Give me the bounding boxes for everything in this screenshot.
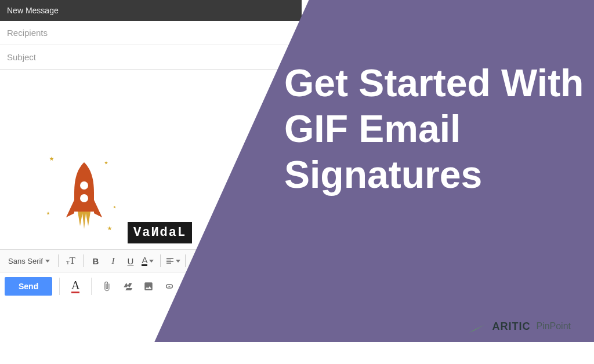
chevron-down-icon: [45, 260, 50, 263]
star-icon: [107, 226, 112, 231]
recipients-field[interactable]: Recipients: [0, 21, 302, 45]
subject-field[interactable]: Subject: [0, 45, 302, 70]
star-icon: [49, 156, 54, 161]
insert-emoji-button[interactable]: [182, 278, 198, 294]
separator: [160, 254, 161, 267]
chevron-down-icon: [176, 260, 180, 263]
chevron-down-icon: [149, 260, 154, 263]
align-button[interactable]: [165, 253, 180, 268]
svg-point-4: [212, 263, 213, 264]
bulleted-list-button[interactable]: [208, 253, 223, 268]
compose-window: New Message Recipients Subject: [0, 0, 302, 342]
separator: [59, 278, 60, 295]
font-family-select[interactable]: Sans Serif: [5, 254, 53, 268]
vandal-badge: VaИdaL: [128, 222, 192, 243]
email-signature: VaИdaL: [46, 156, 192, 243]
svg-point-1: [80, 194, 88, 202]
rocket-graphic: [46, 156, 116, 243]
underline-button[interactable]: U: [123, 253, 138, 268]
text-format-button[interactable]: A: [67, 278, 84, 295]
separator: [185, 254, 186, 267]
italic-button[interactable]: I: [106, 253, 121, 268]
numbered-list-button[interactable]: [190, 253, 205, 268]
insert-photo-button[interactable]: [140, 278, 157, 294]
svg-point-0: [80, 181, 88, 190]
insert-link-button[interactable]: [161, 278, 178, 294]
format-toolbar: Sans Serif тT B I U A: [0, 249, 302, 272]
font-family-label: Sans Serif: [8, 257, 43, 265]
send-button[interactable]: Send: [5, 277, 52, 296]
brand-logo: ARITIC PinPoint: [469, 320, 571, 333]
separator: [91, 278, 92, 295]
star-icon: [46, 212, 50, 215]
font-size-button[interactable]: тT: [63, 253, 78, 268]
star-icon: [113, 206, 116, 209]
separator: [58, 254, 59, 267]
brand-name: ARITIC: [492, 321, 530, 333]
brand-product: PinPoint: [536, 321, 571, 332]
attach-file-button[interactable]: [99, 278, 115, 294]
svg-point-3: [212, 260, 213, 261]
hero-title: Get Started With GIF Email Signatures: [284, 60, 594, 198]
rocket-icon: [64, 162, 104, 238]
insert-drive-button[interactable]: [119, 278, 136, 294]
compose-header: New Message: [0, 0, 302, 21]
star-icon: [104, 161, 108, 165]
separator: [83, 254, 84, 267]
send-toolbar: Send A: [0, 272, 302, 300]
svg-point-2: [212, 258, 213, 259]
bold-button[interactable]: B: [88, 253, 103, 268]
compose-body[interactable]: VaИdaL: [0, 70, 302, 249]
text-color-button[interactable]: A: [140, 253, 155, 268]
wing-icon: [469, 320, 486, 333]
